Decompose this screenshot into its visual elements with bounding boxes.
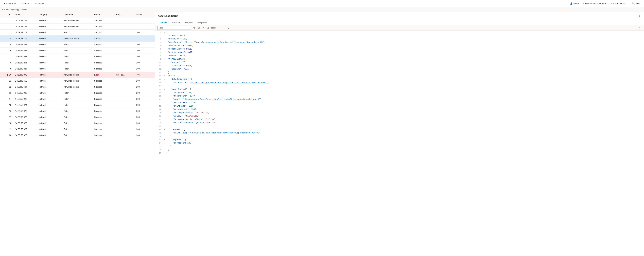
table-body[interactable]: 114:58:47.167NetworkXMLHttpRequestSucces… [0, 17, 155, 256]
find-bar: Aa ab| .* No Results ← → ☰ ✕ [155, 25, 644, 30]
table-row[interactable]: 1814:58:50.926NetworkFetchSuccess200 [0, 120, 155, 126]
table-row[interactable]: 1914:58:50.927NetworkFetchSuccess2005 [0, 126, 155, 132]
find-prev-button[interactable]: ← [218, 26, 222, 29]
cell-time: 14:58:50.924 [14, 103, 37, 107]
match-word-button[interactable]: ab| [197, 26, 201, 29]
line-number: 27 [156, 118, 161, 121]
table-row[interactable]: 1214:58:48.494NetworkXMLHttpRequestSucce… [0, 84, 155, 90]
table-row[interactable]: 1414:58:50.922NetworkFetchSuccess200 [0, 96, 155, 102]
table-row[interactable]: 914:58:48.324NetworkFetchSuccess200 [0, 66, 155, 72]
col-header-id[interactable]: Id ⌄ [0, 12, 14, 17]
table-row[interactable]: 414:58:48.106NetworkAssetLoad.ScriptSucc… [0, 36, 155, 42]
code-line: 19 "duration": 138, [155, 91, 644, 94]
line-content: "formulaData": { [166, 57, 188, 61]
clear-data-icon: ✕ [4, 2, 6, 5]
cell-time: 14:58:50.922 [14, 91, 37, 95]
find-close-button[interactable]: ✕ [638, 26, 641, 29]
line-toggle [163, 54, 166, 57]
cell-status: 200 [134, 109, 155, 113]
line-toggle [163, 47, 166, 51]
line-toggle[interactable]: ▾ [163, 74, 166, 78]
table-row[interactable]: 1014:58:48.378NetworkXMLHttpRequestError… [0, 72, 155, 78]
error-dot [6, 74, 8, 76]
tab-details[interactable]: Details [158, 20, 170, 25]
line-toggle[interactable]: ▾ [163, 78, 166, 81]
match-case-button[interactable]: Aa [192, 26, 196, 29]
table-row[interactable]: 314:58:47.771NetworkFetchSuccess200 [0, 29, 155, 36]
line-number: 28 [156, 121, 161, 125]
line-toggle[interactable]: ▾ [163, 57, 166, 61]
download-button[interactable]: ↓ Download [32, 2, 47, 5]
line-content: "window": "MainWindow", [166, 115, 201, 118]
line-toggle[interactable]: ▾ [163, 30, 166, 34]
col-header-res[interactable]: Res... ⌄ [114, 12, 134, 17]
table-row[interactable]: 114:58:47.167NetworkXMLHttpRequestSucces… [0, 17, 155, 23]
detail-close-button[interactable]: › [638, 14, 641, 18]
cell-result: Success [92, 121, 114, 126]
filter-button[interactable]: 🔍 Filter [630, 2, 642, 5]
regex-button[interactable]: .* [202, 26, 205, 29]
play-model-button[interactable]: ▷ Play model-driven app [581, 2, 609, 5]
clear-data-button[interactable]: ✕ Clear data [2, 2, 18, 5]
table-row[interactable]: 2014:58:50.928NetworkFetchSuccess200 [0, 132, 155, 138]
table-row[interactable]: 1614:58:50.925NetworkFetchSuccess2001,0 [0, 108, 155, 114]
table-row[interactable]: 814:58:48.296NetworkFetchSuccess200 [0, 60, 155, 66]
invite-button[interactable]: 👤 Invite [568, 2, 580, 5]
cell-result: Success [92, 127, 114, 131]
cell-status: 200 [134, 42, 155, 47]
cell-res [114, 122, 134, 124]
code-line: 16 "dataSource": "https://mem.gfx.ms/mev… [155, 81, 644, 84]
col-header-time[interactable]: Time ⌄ [14, 12, 37, 17]
col-header-category[interactable]: Category ⌄ [37, 12, 62, 17]
table-row[interactable]: 1514:58:50.924NetworkFetchSuccess2000 [0, 102, 155, 108]
line-content: "duration": 138 [166, 141, 191, 145]
line-toggle[interactable]: ▾ [163, 138, 166, 141]
find-more-button[interactable]: ☰ [227, 26, 230, 29]
line-toggle [163, 108, 166, 111]
cell-res [114, 134, 134, 136]
col-header-operation[interactable]: Operation ⌄ [62, 12, 92, 17]
filter-icon: 🔍 [632, 2, 634, 5]
cell-operation: Fetch [62, 97, 92, 101]
cell-id: 10 [0, 73, 14, 77]
find-input[interactable] [158, 26, 191, 30]
code-line: 5 "responseSize": null, [155, 44, 644, 47]
sort-icon-operation: ⌄ [74, 14, 76, 16]
tab-formula[interactable]: Formula [170, 20, 182, 25]
table-row[interactable]: 214:58:47.167NetworkXMLHttpRequestSucces… [0, 23, 155, 29]
line-content: "response": { [166, 138, 186, 141]
cell-operation: Fetch [62, 109, 92, 113]
cell-res: Not Fou... [114, 73, 134, 77]
table-row[interactable]: 1714:58:50.925NetworkFetchSuccess200 [0, 114, 155, 120]
cell-category: Network [37, 127, 62, 131]
tab-response[interactable]: Response [195, 20, 210, 25]
table-row[interactable]: 1114:58:48.453NetworkXMLHttpRequestSucce… [0, 78, 155, 84]
table-row[interactable]: 1314:58:50.922NetworkFetchSuccess200 [0, 90, 155, 96]
code-line: 14▾ "data": { [155, 74, 644, 78]
code-area[interactable]: 1▾{2 "status": null,3 "duration": 138,4 … [155, 30, 644, 256]
line-content: "responseSize": null, [166, 44, 194, 47]
cell-category: Network [37, 24, 62, 29]
cell-res [114, 86, 134, 88]
line-number: 14 [156, 74, 161, 78]
upload-button[interactable]: ↑ Upload [19, 2, 31, 5]
line-number: 19 [156, 91, 161, 94]
tab-request[interactable]: Request [182, 20, 195, 25]
line-toggle[interactable]: ▾ [163, 88, 166, 91]
compact-list-button[interactable]: ≡ Compact list ⌄ [609, 2, 630, 5]
line-toggle[interactable]: ▾ [163, 128, 166, 131]
cell-result: Error [92, 73, 114, 77]
col-header-status[interactable]: Status ⌄ [134, 12, 155, 17]
sort-icon-res: ⌄ [122, 14, 124, 16]
cell-status: 404 [134, 73, 155, 77]
col-header-result[interactable]: Result ⌄ [92, 12, 114, 17]
table-row[interactable]: 714:58:48.236NetworkFetchSuccess200 [0, 54, 155, 60]
line-number: 6 [156, 47, 161, 51]
sort-icon-result: ⌄ [101, 14, 102, 16]
cell-category: Network [37, 97, 62, 101]
line-content: }, [166, 135, 173, 138]
find-next-button[interactable]: → [222, 26, 226, 29]
cell-res [114, 62, 134, 64]
table-row[interactable]: 514:58:48.233NetworkFetchSuccess200 [0, 42, 155, 48]
table-row[interactable]: 614:58:48.235NetworkFetchSuccess200 [0, 48, 155, 54]
